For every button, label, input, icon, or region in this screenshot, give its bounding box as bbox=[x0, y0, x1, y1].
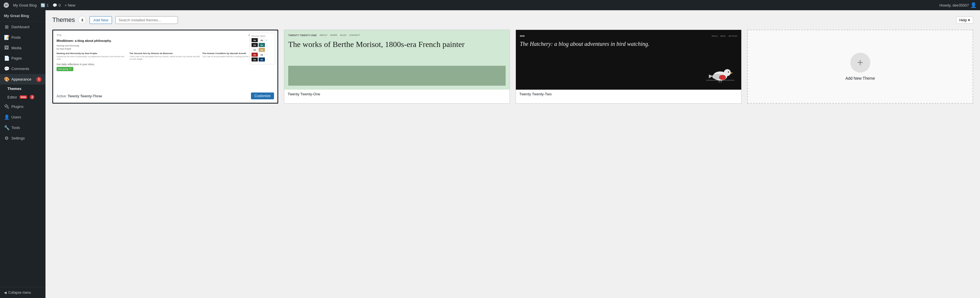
sidebar-item-label: Plugins bbox=[11, 104, 24, 109]
tt3-preview: TTS AboutBooksAll Posts Browse styles Aa… bbox=[53, 30, 277, 90]
tt3-post-grid: Naming and Necessity by Saul Kripke Insp… bbox=[57, 52, 274, 60]
themes-label: Themes bbox=[7, 87, 21, 91]
plugins-icon: 🔌 bbox=[4, 104, 9, 109]
theme-screenshot-tt1: TWENTY TWENTY-ONE ABOUTWORKBLOGCONTACT T… bbox=[284, 30, 510, 90]
tt1-headline: The works of Berthe Morisot, 1800s-era F… bbox=[288, 40, 506, 49]
new-label: + New bbox=[65, 3, 75, 7]
svg-point-6 bbox=[728, 71, 729, 72]
collapse-menu-button[interactable]: ◀ Collapse menu bbox=[0, 287, 46, 298]
comments-link[interactable]: 💬 0 bbox=[52, 3, 60, 7]
collapse-arrow-icon: ◀ bbox=[4, 291, 6, 295]
wp-logo-link[interactable]: W bbox=[3, 2, 9, 8]
sidebar-item-label: Settings bbox=[11, 136, 25, 140]
svg-text:W: W bbox=[5, 3, 8, 7]
sidebar-site-name: My Great Blog bbox=[0, 10, 46, 22]
settings-icon: ⚙ bbox=[4, 136, 9, 141]
sidebar-item-users[interactable]: 👤 Users bbox=[0, 112, 46, 122]
sidebar-item-label: Appearance bbox=[11, 77, 31, 82]
sidebar-nav: ⊞ Dashboard 📝 Posts 🖼 Media 📄 Pages 💬 Co bbox=[0, 22, 46, 287]
editor-badge-num: 2 bbox=[30, 95, 34, 99]
sidebar-item-dashboard[interactable]: ⊞ Dashboard bbox=[0, 22, 46, 32]
user-avatar: 👤 bbox=[970, 2, 977, 8]
themes-grid: TTS AboutBooksAll Posts Browse styles Aa… bbox=[52, 30, 973, 104]
theme-screenshot-tt2: ∞∞ AboutBirdsAll Posts The Hatchery: a b… bbox=[516, 30, 741, 90]
pages-icon: 📄 bbox=[4, 56, 9, 61]
sidebar-item-media[interactable]: 🖼 Media bbox=[0, 43, 46, 53]
tt2-logo: ∞∞ bbox=[520, 34, 525, 38]
plus-symbol: + bbox=[857, 57, 863, 69]
search-themes-input[interactable] bbox=[115, 16, 178, 24]
customize-button[interactable]: Customize bbox=[251, 93, 274, 99]
help-label: Help bbox=[959, 18, 967, 22]
active-theme-label: Active: Twenty Twenty-Three bbox=[57, 93, 102, 98]
sidebar: My Great Blog ⊞ Dashboard 📝 Posts 🖼 Medi… bbox=[0, 10, 46, 298]
site-name-link[interactable]: My Great Blog bbox=[13, 3, 37, 7]
sidebar-item-label: Pages bbox=[11, 56, 22, 60]
main-layout: My Great Blog ⊞ Dashboard 📝 Posts 🖼 Medi… bbox=[0, 10, 980, 298]
update-count: 1 bbox=[47, 3, 49, 7]
admin-bar-left: W My Great Blog 🔄 1 💬 0 + New bbox=[3, 2, 935, 8]
sidebar-item-label: Media bbox=[11, 46, 21, 50]
posts-icon: 📝 bbox=[4, 35, 9, 40]
sidebar-item-label: Posts bbox=[11, 35, 21, 40]
sidebar-item-label: Tools bbox=[11, 125, 20, 130]
page-header-left: Themes 3 Add New bbox=[52, 16, 178, 24]
media-icon: 🖼 bbox=[4, 45, 9, 50]
theme-card-footer-tt2: Twenty Twenty-Two bbox=[516, 90, 741, 98]
svg-marker-5 bbox=[731, 72, 733, 74]
tt2-preview: ∞∞ AboutBirdsAll Posts The Hatchery: a b… bbox=[516, 30, 741, 90]
admin-bar: W My Great Blog 🔄 1 💬 0 + New Howdy, dee… bbox=[0, 0, 980, 10]
appearance-badge: 1 bbox=[37, 77, 41, 82]
comments-icon: 💬 bbox=[4, 66, 9, 71]
theme-card-tt3[interactable]: TTS AboutBooksAll Posts Browse styles Aa… bbox=[52, 30, 278, 104]
theme-card-footer-tt1: Twenty Twenty-One bbox=[284, 90, 510, 98]
add-plus-icon: + bbox=[850, 53, 870, 72]
new-content-link[interactable]: + New bbox=[65, 3, 75, 7]
sidebar-item-label: Comments bbox=[11, 67, 29, 71]
sidebar-item-settings[interactable]: ⚙ Settings bbox=[0, 133, 46, 143]
help-button[interactable]: Help ▾ bbox=[956, 16, 973, 24]
theme-card-tt2[interactable]: ∞∞ AboutBirdsAll Posts The Hatchery: a b… bbox=[515, 30, 741, 104]
theme-card-footer-tt3: Active: Twenty Twenty-Three Customize bbox=[53, 90, 277, 102]
tt1-preview: TWENTY TWENTY-ONE ABOUTWORKBLOGCONTACT T… bbox=[284, 30, 510, 90]
svg-line-10 bbox=[719, 80, 720, 83]
howdy-text: Howdy, dee35007 bbox=[939, 3, 969, 7]
comment-icon: 💬 bbox=[52, 3, 57, 7]
site-name-text: My Great Blog bbox=[13, 3, 37, 7]
tt2-nav: ∞∞ AboutBirdsAll Posts bbox=[520, 34, 737, 38]
add-new-button[interactable]: Add New bbox=[89, 16, 112, 24]
sidebar-item-plugins[interactable]: 🔌 Plugins bbox=[0, 101, 46, 112]
page-header: Themes 3 Add New Help ▾ bbox=[52, 16, 973, 24]
theme-name-tt2: Twenty Twenty-Two bbox=[519, 92, 552, 96]
tt2-headline: The Hatchery: a blog about adventures in… bbox=[520, 40, 737, 48]
add-new-theme-card[interactable]: + Add New Theme bbox=[747, 30, 973, 104]
tt1-image bbox=[288, 66, 506, 86]
tt3-styles-panel: Browse styles Aa Aa ✓ Aa Aa → bbox=[250, 33, 275, 64]
sidebar-item-label: Users bbox=[11, 115, 21, 119]
tt2-bird-illustration bbox=[520, 62, 737, 86]
active-prefix: Active: bbox=[57, 94, 68, 98]
sidebar-item-label: Dashboard bbox=[11, 25, 30, 29]
refresh-icon: 🔄 bbox=[41, 3, 45, 7]
svg-line-11 bbox=[721, 80, 722, 83]
sidebar-item-appearance[interactable]: 🎨 Appearance 1 bbox=[0, 74, 46, 85]
admin-bar-right: Howdy, dee35007 👤 bbox=[939, 2, 977, 8]
theme-name-tt1: Twenty Twenty-One bbox=[288, 92, 320, 96]
theme-card-tt1[interactable]: TWENTY TWENTY-ONE ABOUTWORKBLOGCONTACT T… bbox=[284, 30, 510, 104]
dashboard-icon: ⊞ bbox=[4, 24, 9, 30]
active-theme-name: Twenty Twenty-Three bbox=[68, 94, 102, 98]
tt3-tagline: Mindblown: a blog about philosophy. bbox=[57, 39, 274, 42]
content-area: Themes 3 Add New Help ▾ TTS A bbox=[46, 10, 980, 298]
svg-point-9 bbox=[719, 75, 726, 80]
sidebar-sub-item-editor[interactable]: Editor beta 2 bbox=[0, 93, 46, 101]
updates-link[interactable]: 🔄 1 bbox=[41, 3, 49, 7]
appearance-icon: 🎨 bbox=[4, 77, 9, 82]
sidebar-item-comments[interactable]: 💬 Comments bbox=[0, 64, 46, 74]
sidebar-item-tools[interactable]: 🔧 Tools bbox=[0, 122, 46, 133]
sidebar-item-pages[interactable]: 📄 Pages bbox=[0, 53, 46, 64]
page-title: Themes bbox=[52, 16, 75, 24]
sidebar-item-posts[interactable]: 📝 Posts bbox=[0, 32, 46, 43]
sidebar-sub-item-themes[interactable]: Themes bbox=[0, 85, 46, 93]
chevron-down-icon: ▾ bbox=[968, 18, 970, 22]
howdy-menu[interactable]: Howdy, dee35007 👤 bbox=[939, 2, 977, 8]
